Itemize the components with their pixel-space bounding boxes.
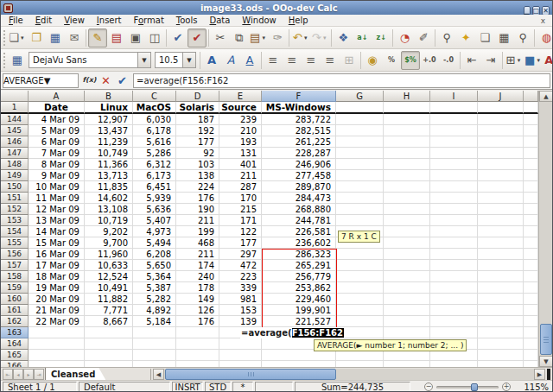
cell-H148[interactable] (384, 159, 430, 170)
cell-B161[interactable]: 7,771 (85, 305, 133, 316)
cell-D166[interactable] (176, 361, 219, 367)
cell-E155[interactable]: 177 (219, 237, 262, 249)
row-header-164[interactable]: 164 (1, 338, 29, 350)
cell-C161[interactable]: 4,892 (133, 305, 176, 316)
auto-spellcheck-button[interactable]: ✔ (188, 28, 207, 47)
cell-D163[interactable] (176, 327, 219, 338)
underline-button[interactable]: A (240, 51, 259, 70)
background-color-dropdown[interactable]: ▾ (535, 57, 542, 64)
background-color-button[interactable]: ■▾ (524, 51, 543, 70)
cell-I154[interactable] (430, 226, 478, 237)
cell-H160[interactable] (384, 294, 430, 305)
cell-D161[interactable]: 126 (176, 305, 219, 316)
cell-I163[interactable] (430, 327, 478, 338)
cell-B154[interactable]: 9,202 (85, 226, 133, 237)
cell-I144[interactable] (430, 114, 478, 125)
cell-D150[interactable]: 224 (176, 181, 219, 193)
undo-dropdown[interactable]: ▾ (302, 35, 309, 41)
scroll-right-button[interactable]: ▶ (534, 369, 545, 380)
cell-K159[interactable] (524, 282, 538, 294)
cell-D147[interactable]: 92 (176, 148, 219, 159)
cell-C151[interactable]: 5,939 (133, 193, 176, 204)
chevron-down-icon[interactable]: ▼ (44, 76, 51, 85)
horizontal-scroll-thumb[interactable] (165, 369, 336, 380)
cell-D154[interactable]: 199 (176, 226, 219, 237)
cell-E147[interactable]: 131 (219, 148, 262, 159)
cell-A165[interactable] (29, 350, 85, 361)
scroll-left-button[interactable]: ◀ (153, 369, 164, 380)
cell-E166[interactable] (219, 361, 262, 367)
cell-J160[interactable] (478, 294, 524, 305)
cell-H146[interactable] (384, 136, 430, 148)
borders-dropdown[interactable]: ▾ (515, 57, 522, 64)
cell-K161[interactable] (524, 305, 538, 316)
cell-H157[interactable] (384, 260, 430, 271)
cell-D1[interactable]: Solaris (176, 102, 219, 114)
decrease-indent-button[interactable]: ⇤ (462, 51, 481, 70)
cell-G158[interactable] (336, 271, 384, 282)
cell-J153[interactable] (478, 215, 524, 226)
cell-C162[interactable]: 5,184 (133, 316, 176, 327)
cell-G160[interactable] (336, 294, 384, 305)
cell-G166[interactable] (336, 361, 384, 367)
cell-K148[interactable] (524, 159, 538, 170)
styles-and-formatting-button[interactable]: ▦ (8, 51, 27, 70)
help-button[interactable]: ◍ (537, 28, 553, 47)
cell-C152[interactable]: 5,636 (133, 204, 176, 215)
save-button[interactable]: ▦ (46, 28, 65, 47)
cell-B157[interactable]: 10,633 (85, 260, 133, 271)
select-all-corner[interactable] (1, 91, 29, 102)
cell-K147[interactable] (524, 148, 538, 159)
sort-ascending-button[interactable]: a↓ (353, 28, 372, 47)
cell-F146[interactable]: 261,225 (262, 136, 336, 148)
cell-H163[interactable] (384, 327, 430, 338)
cell-K155[interactable] (524, 237, 538, 249)
accept-button[interactable]: ✔ (114, 73, 130, 89)
font-name-combo[interactable]: DejaVu Sans ▼ (29, 52, 151, 68)
cell-C1[interactable]: MacOS (133, 102, 176, 114)
cell-E159[interactable]: 339 (219, 282, 262, 294)
cell-H159[interactable] (384, 282, 430, 294)
cell-F156[interactable]: 286,323 (262, 249, 336, 260)
minimize-button[interactable]: ▁ (524, 6, 531, 16)
cell-D156[interactable]: 211 (176, 249, 219, 260)
cell-E146[interactable]: 193 (219, 136, 262, 148)
align-left-button[interactable]: ≡ (264, 51, 283, 70)
cell-E160[interactable]: 981 (219, 294, 262, 305)
standard-format-button[interactable]: $% (401, 51, 420, 70)
cell-F166[interactable] (262, 361, 336, 367)
cell-B159[interactable]: 10,491 (85, 282, 133, 294)
cell-I149[interactable] (430, 170, 478, 181)
cell-H153[interactable] (384, 215, 430, 226)
close-button[interactable]: ✕ (542, 6, 550, 16)
row-header-150[interactable]: 150 (1, 181, 29, 193)
cell-B160[interactable]: 11,882 (85, 294, 133, 305)
next-sheet-button[interactable]: ▸ (23, 369, 34, 380)
cell-G144[interactable] (336, 114, 384, 125)
cell-F152[interactable]: 268,880 (262, 204, 336, 215)
cell-I151[interactable] (430, 193, 478, 204)
spellcheck-button[interactable]: ✔ (168, 28, 188, 47)
cell-K163[interactable] (524, 327, 538, 338)
align-justified-button[interactable]: ≡ (321, 51, 340, 70)
zoom-slider-track[interactable] (436, 386, 499, 389)
cell-E165[interactable] (219, 350, 262, 361)
cell-B144[interactable]: 12,907 (85, 114, 133, 125)
cell-E156[interactable]: 297 (219, 249, 262, 260)
cell-H1[interactable] (384, 102, 430, 114)
cell-C146[interactable]: 5,616 (133, 136, 176, 148)
cell-A155[interactable]: 15 Mar 09 (29, 237, 85, 249)
chevron-down-icon[interactable]: ▼ (182, 53, 195, 67)
sheet-tab-cleansed[interactable]: Cleansed (45, 368, 105, 380)
cell-J163[interactable] (478, 327, 524, 338)
cell-G152[interactable] (336, 204, 384, 215)
row-header-155[interactable]: 155 (1, 237, 29, 249)
row-header-147[interactable]: 147 (1, 148, 29, 159)
zoom-out-icon[interactable]: − (424, 383, 433, 391)
cell-C150[interactable]: 6,451 (133, 181, 176, 193)
cell-G147[interactable] (336, 148, 384, 159)
cell-B163[interactable] (85, 327, 133, 338)
cell-I155[interactable] (430, 237, 478, 249)
cell-I157[interactable] (430, 260, 478, 271)
cell-A159[interactable]: 19 Mar 09 (29, 282, 85, 294)
